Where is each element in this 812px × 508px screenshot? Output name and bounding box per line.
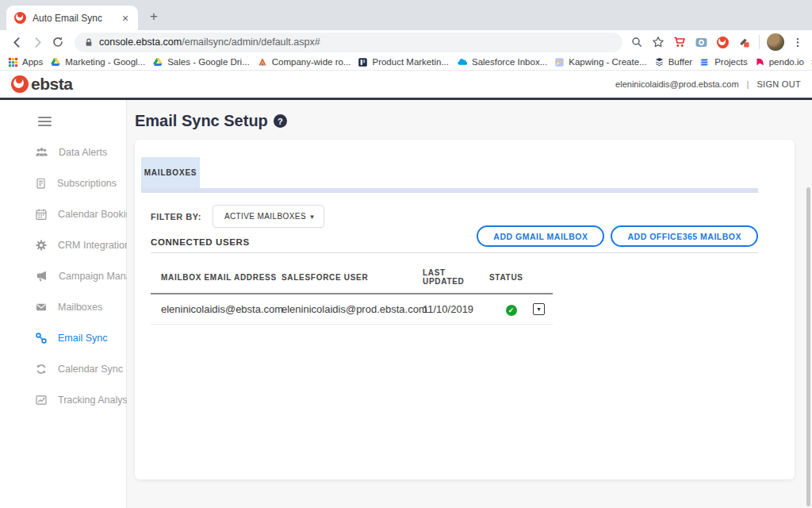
hamburger-menu-icon[interactable] bbox=[38, 117, 52, 126]
row-last-updated: 11/10/2019 bbox=[423, 303, 489, 315]
col-last-updated: LAST UPDATED bbox=[423, 268, 489, 286]
sidebar-item-tracking-analysis[interactable]: Tracking Analysis bbox=[0, 384, 126, 415]
sidebar-item-calendar-booking[interactable]: Calendar Booking bbox=[0, 198, 126, 229]
url-path: /emailsync/admin/default.aspx# bbox=[182, 37, 320, 48]
chart-line-icon bbox=[35, 394, 48, 406]
user-email: eleninicolaidis@prod.ebsta.com bbox=[615, 79, 738, 89]
profile-avatar[interactable] bbox=[767, 33, 784, 51]
tab-close-icon[interactable]: × bbox=[119, 12, 132, 25]
ebsta-mark-icon bbox=[11, 75, 29, 93]
row-salesforce-user: eleninicolaidis@prod.ebsta.com bbox=[282, 303, 423, 315]
chain-link-icon bbox=[35, 332, 48, 344]
apps-grid-icon bbox=[8, 57, 18, 67]
envelope-icon bbox=[35, 301, 48, 314]
sidebar-item-campaign-manager[interactable]: Campaign Manager bbox=[0, 260, 126, 291]
url-text: console.ebsta.com/emailsync/admin/defaul… bbox=[99, 37, 320, 48]
page-scrollbar[interactable] bbox=[806, 187, 810, 506]
bookmark-sales-drive[interactable]: Sales - Google Dri... bbox=[152, 57, 250, 67]
back-icon[interactable] bbox=[6, 32, 27, 52]
bookmark-apps[interactable]: Apps bbox=[8, 57, 43, 67]
bookmark-kapwing[interactable]: Kapwing - Create... bbox=[554, 57, 646, 67]
toolbar-separator bbox=[759, 35, 760, 49]
ebsta-logo[interactable]: ebsta bbox=[11, 75, 72, 94]
new-tab-button[interactable]: + bbox=[143, 6, 165, 28]
sidebar-item-crm-integration[interactable]: CRM Integration bbox=[0, 229, 126, 260]
bookmark-pendo[interactable]: pendo.io bbox=[755, 57, 804, 67]
bookmark-marketing-drive[interactable]: Marketing - Googl... bbox=[50, 57, 145, 67]
add-office365-mailbox-button[interactable]: ADD OFFICE365 MAILBOX bbox=[611, 225, 758, 247]
browser-menu-icon[interactable] bbox=[790, 34, 806, 50]
megaphone-icon bbox=[35, 270, 48, 283]
reload-icon[interactable] bbox=[48, 32, 68, 52]
bookmark-salesforce-inbox[interactable]: Salesforce Inbox... bbox=[456, 57, 547, 67]
gear-icon bbox=[35, 239, 48, 252]
col-salesforce-user: SALESFORCE USER bbox=[282, 273, 423, 282]
filter-selected-value: ACTIVE MAILBOXES bbox=[224, 212, 310, 221]
extension-camera-icon[interactable] bbox=[693, 34, 709, 50]
google-drive-icon bbox=[50, 57, 61, 67]
col-status: STATUS bbox=[489, 273, 533, 282]
main-content: Email Sync Setup ? MAILBOXES FILTER BY: … bbox=[127, 100, 812, 508]
ebsta-favicon-icon bbox=[14, 12, 26, 24]
sidebar-item-email-sync[interactable]: Email Sync bbox=[0, 322, 126, 353]
forward-icon[interactable] bbox=[27, 32, 48, 52]
blue-bars-icon bbox=[699, 57, 710, 67]
ebsta-logo-text: ebsta bbox=[31, 75, 72, 94]
extension-ebsta-icon[interactable] bbox=[714, 34, 730, 50]
status-connected-icon: ✓ bbox=[506, 305, 517, 316]
page-title: Email Sync Setup bbox=[135, 112, 268, 130]
zoom-search-icon[interactable] bbox=[629, 34, 645, 50]
extension-cart-icon[interactable] bbox=[672, 34, 688, 50]
extension-picker-icon[interactable] bbox=[736, 34, 752, 50]
url-host: console.ebsta.com bbox=[99, 37, 182, 48]
sign-out-link[interactable]: SIGN OUT bbox=[756, 79, 801, 89]
calendar-icon bbox=[35, 208, 48, 221]
google-drive-icon bbox=[152, 57, 163, 67]
sidebar-item-calendar-sync[interactable]: Calendar Sync bbox=[0, 353, 126, 384]
row-actions-dropdown-button[interactable]: ▾ bbox=[533, 303, 545, 315]
salesforce-cloud-icon bbox=[456, 57, 468, 67]
browser-toolbar: console.ebsta.com/emailsync/admin/defaul… bbox=[0, 30, 812, 54]
site-header: ebsta eleninicolaidis@prod.ebsta.com | S… bbox=[0, 71, 812, 100]
row-mailbox-email: eleninicolaidis@ebsta.com bbox=[151, 303, 282, 315]
bookmark-company-wide[interactable]: Company-wide ro... bbox=[257, 57, 351, 67]
sidebar-item-data-alerts[interactable]: Data Alerts bbox=[0, 137, 126, 167]
mailbox-filter-select[interactable]: ACTIVE MAILBOXES ▾ bbox=[213, 205, 324, 228]
connected-users-title: CONNECTED USERS bbox=[151, 237, 250, 247]
bookmark-star-icon[interactable] bbox=[650, 34, 666, 50]
table-row: eleninicolaidis@ebsta.com eleninicolaidi… bbox=[151, 294, 553, 325]
mailboxes-card: MAILBOXES FILTER BY: ACTIVE MAILBOXES ▾ … bbox=[135, 140, 795, 479]
sidebar-item-subscriptions[interactable]: Subscriptions bbox=[0, 167, 126, 198]
header-separator: | bbox=[747, 79, 749, 89]
sidebar-item-mailboxes[interactable]: Mailboxes bbox=[0, 291, 126, 322]
kapwing-icon bbox=[554, 57, 565, 67]
col-mailbox-email: MAILBOX EMAIL ADDRESS bbox=[151, 273, 282, 282]
bookmark-projects[interactable]: Projects bbox=[699, 57, 748, 67]
users-icon bbox=[35, 146, 48, 159]
document-icon bbox=[35, 177, 47, 190]
tab-title: Auto Email Sync bbox=[33, 13, 119, 24]
tab-underline-bar bbox=[141, 188, 758, 193]
address-bar[interactable]: console.ebsta.com/emailsync/admin/defaul… bbox=[75, 33, 622, 52]
sidebar: Data Alerts Subscriptions Calendar Booki… bbox=[0, 100, 127, 508]
buffer-layers-icon bbox=[654, 57, 665, 67]
multicolor-triangle-icon bbox=[257, 57, 268, 67]
help-icon[interactable]: ? bbox=[274, 114, 287, 128]
chevron-down-icon: ▾ bbox=[310, 213, 314, 221]
filter-by-label: FILTER BY: bbox=[151, 212, 201, 221]
add-gmail-mailbox-button[interactable]: ADD GMAIL MAILBOX bbox=[477, 225, 604, 247]
tab-mailboxes[interactable]: MAILBOXES bbox=[141, 157, 200, 188]
browser-tab[interactable]: Auto Email Sync × bbox=[6, 6, 138, 30]
connected-users-table: MAILBOX EMAIL ADDRESS SALESFORCE USER LA… bbox=[151, 268, 553, 325]
pendo-icon bbox=[755, 57, 765, 67]
refresh-icon bbox=[35, 363, 48, 375]
bookmark-buffer[interactable]: Buffer bbox=[654, 57, 692, 67]
dark-square-icon bbox=[358, 57, 368, 67]
bookmark-product-marketing[interactable]: Product Marketin... bbox=[358, 57, 449, 67]
lock-icon bbox=[84, 37, 94, 48]
table-header-row: MAILBOX EMAIL ADDRESS SALESFORCE USER LA… bbox=[151, 268, 553, 294]
browser-tab-bar: Auto Email Sync × + bbox=[0, 0, 812, 30]
bookmarks-bar: Apps Marketing - Googl... Sales - Google… bbox=[0, 54, 812, 71]
